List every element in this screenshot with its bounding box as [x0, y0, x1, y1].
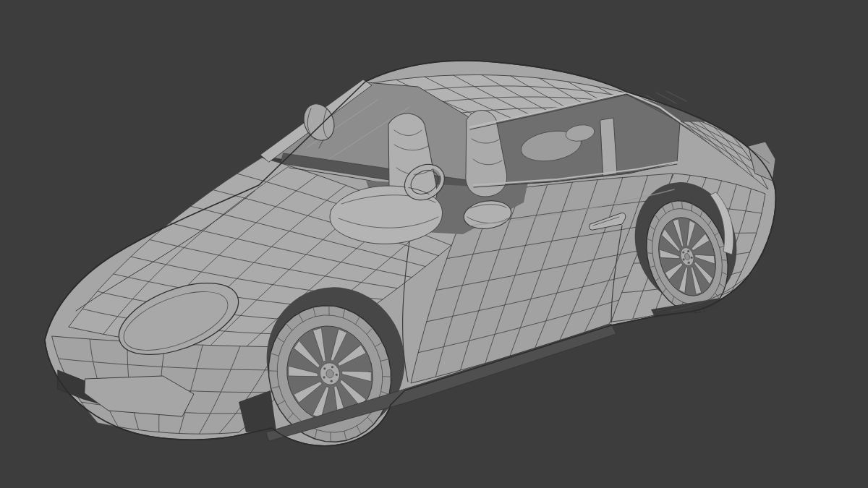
front-wheel-lug-nut — [331, 380, 333, 382]
rear-wheel-lug-nut — [691, 257, 693, 259]
rear-wheel-lug-nut — [688, 262, 690, 264]
front-wheel-lug-nut — [331, 366, 333, 368]
rear-wheel-lug-nut — [683, 258, 685, 260]
viewport-3d[interactable] — [0, 0, 868, 488]
front-wheel-center-cap — [326, 369, 333, 377]
front-wheel-lug-nut — [323, 367, 326, 369]
rear-wheel-lug-nut — [687, 250, 689, 252]
viewport-canvas[interactable] — [0, 0, 868, 488]
front-wheel-lug-nut — [323, 376, 325, 378]
front-wheel-lug-nut — [336, 374, 338, 376]
rear-wheel-lug-nut — [682, 251, 684, 253]
